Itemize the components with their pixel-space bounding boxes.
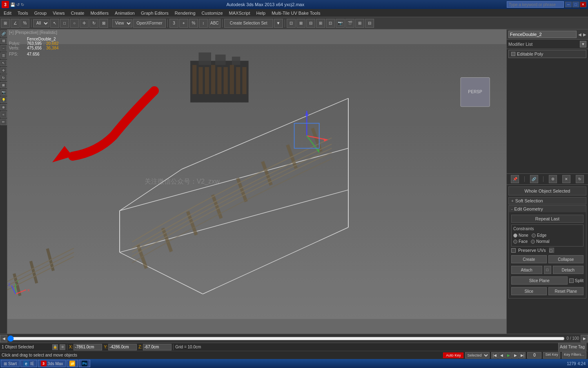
menu-modifiers[interactable]: Modifiers xyxy=(87,10,111,16)
rp-arrow-right[interactable]: ▶ xyxy=(583,32,586,37)
maximize-btn[interactable]: □ xyxy=(572,2,579,7)
split-checkbox[interactable] xyxy=(569,278,574,283)
paint-btn[interactable]: ✏ xyxy=(0,119,7,125)
edge-radio[interactable] xyxy=(532,233,536,238)
modifier-item[interactable]: Editable Poly xyxy=(508,50,586,58)
soft-selection-expand[interactable]: + xyxy=(511,199,514,203)
percent-snap-btn[interactable]: % xyxy=(20,19,29,28)
none-radio[interactable] xyxy=(513,233,517,238)
unlink-btn[interactable]: ⛓ xyxy=(0,38,7,44)
selection-filter-dropdown[interactable]: All xyxy=(33,19,49,27)
menu-edit[interactable]: Edit xyxy=(1,10,14,16)
face-radio-label[interactable]: Face xyxy=(513,239,528,244)
edit-geometry-expand[interactable]: - xyxy=(511,207,512,211)
object-name-input[interactable] xyxy=(508,31,577,38)
modifier-list-dropdown[interactable]: ▼ xyxy=(580,41,586,47)
preserve-uvs-settings[interactable]: □ xyxy=(549,248,554,253)
taskbar-ps[interactable]: Ps xyxy=(79,360,90,367)
menu-tools[interactable]: Tools xyxy=(15,10,31,16)
menu-group[interactable]: Group xyxy=(31,10,50,16)
num3-btn[interactable]: ↕ xyxy=(199,19,208,28)
move-btn[interactable]: ✛ xyxy=(80,19,89,28)
y-input[interactable] xyxy=(108,344,137,350)
angle-snap-btn[interactable]: ∠ xyxy=(11,19,20,28)
menu-multitile[interactable]: Multi-Tile UV Bake Tools xyxy=(269,10,323,16)
camera-btn[interactable]: 📷 xyxy=(0,89,7,96)
select-by-name-btn[interactable]: ☰ xyxy=(0,52,7,59)
menu-customize[interactable]: Customize xyxy=(199,10,226,16)
modifier-checkbox[interactable] xyxy=(511,52,515,56)
link-btn[interactable]: 🔗 xyxy=(0,30,7,37)
helpers-btn[interactable]: ⊕ xyxy=(0,104,7,110)
normal-radio[interactable] xyxy=(531,240,535,244)
spacewarp-btn[interactable]: ≈ xyxy=(0,111,7,118)
percent-btn[interactable]: % xyxy=(189,19,198,28)
menu-animation[interactable]: Animation xyxy=(112,10,138,16)
goto-end-btn[interactable]: ▶| xyxy=(519,352,526,359)
set-key-btn[interactable]: Set Key xyxy=(543,352,560,359)
render1-btn[interactable]: ⊡ xyxy=(287,19,296,28)
menu-help[interactable]: Help xyxy=(254,10,269,16)
status-lock-icon[interactable]: 🔒 xyxy=(52,344,58,350)
collapse-btn[interactable]: Collapse xyxy=(548,255,584,263)
menu-create[interactable]: Create xyxy=(68,10,87,16)
render4-btn[interactable]: ⊞ xyxy=(316,19,325,28)
edge-radio-label[interactable]: Edge xyxy=(532,233,546,238)
edit-geometry-header[interactable]: - Edit Geometry xyxy=(509,206,586,212)
create-btn[interactable]: Create xyxy=(511,255,547,263)
snaps-toggle-btn[interactable]: ⊞ xyxy=(1,19,10,28)
attach-btn[interactable]: Attach xyxy=(511,266,542,274)
reset-plane-btn[interactable]: Reset Plane xyxy=(548,287,584,295)
move-tool-btn[interactable]: ✛ xyxy=(0,67,7,74)
prev-frame-btn[interactable]: ◀ xyxy=(498,352,505,359)
menu-maxscript[interactable]: MAXScript xyxy=(226,10,253,16)
rp-icon-link[interactable]: 🔗 xyxy=(530,175,538,183)
preserve-uvs-checkbox[interactable] xyxy=(511,248,516,253)
timeline-left-btn[interactable]: ◀ xyxy=(0,335,7,342)
slice-plane-btn[interactable]: Slice Plane xyxy=(511,276,568,285)
render6-btn[interactable]: 📷 xyxy=(336,19,345,28)
repeat-last-btn[interactable]: Repeat Last xyxy=(511,215,584,223)
render7-btn[interactable]: 🎬 xyxy=(345,19,354,28)
render3-btn[interactable]: ⊟ xyxy=(306,19,315,28)
attach-icon-btn[interactable]: □ xyxy=(544,266,551,274)
add-time-tag-btn[interactable]: Add Time Tag xyxy=(558,343,586,352)
selection-dropdown-arrow[interactable]: ▼ xyxy=(274,19,283,28)
rp-icon-clear[interactable]: ✕ xyxy=(562,175,570,183)
selected-dropdown[interactable]: Selected xyxy=(465,352,490,359)
rp-arrow-left[interactable]: ◀ xyxy=(578,32,581,37)
menu-rendering[interactable]: Rendering xyxy=(172,10,198,16)
face-radio[interactable] xyxy=(513,240,517,244)
goto-start-btn[interactable]: |◀ xyxy=(491,352,498,359)
rotate-tool-btn[interactable]: ↻ xyxy=(0,74,7,81)
taskbar-ie[interactable]: e IE xyxy=(20,360,37,367)
x-input[interactable] xyxy=(74,344,102,350)
rp-icon-pin[interactable]: 📌 xyxy=(511,175,519,183)
render8-btn[interactable]: ⊞ xyxy=(355,19,364,28)
openxformer-btn[interactable]: OpenXFormer xyxy=(133,19,166,28)
rotate-btn[interactable]: ↻ xyxy=(89,19,98,28)
menu-views[interactable]: Views xyxy=(50,10,67,16)
num1-btn[interactable]: 3 xyxy=(169,19,178,28)
search-input[interactable] xyxy=(507,1,564,8)
timeline-right-btn[interactable]: ▶ xyxy=(581,335,588,342)
render9-btn[interactable]: ⊟ xyxy=(365,19,374,28)
detach-btn[interactable]: Detach xyxy=(553,266,584,274)
select-object-btn[interactable]: ↖ xyxy=(0,60,7,66)
auto-key-btn[interactable]: Auto Key xyxy=(443,352,463,358)
taskbar-3dsmax[interactable]: 3 3ds Max xyxy=(38,360,66,367)
rp-icon-refresh[interactable]: ↻ xyxy=(576,175,584,183)
menu-graph-editors[interactable]: Graph Editors xyxy=(138,10,172,16)
num2-btn[interactable]: ⌖ xyxy=(179,19,188,28)
render5-btn[interactable]: ⊡ xyxy=(326,19,335,28)
start-btn[interactable]: ⊞ Start xyxy=(1,360,20,367)
select-lasso-btn[interactable]: ○ xyxy=(70,19,79,28)
frame-input[interactable] xyxy=(527,352,541,359)
scale-btn[interactable]: ⊠ xyxy=(99,19,108,28)
minimize-btn[interactable]: ─ xyxy=(565,2,572,7)
slice-btn[interactable]: Slice xyxy=(511,287,547,295)
close-btn[interactable]: ✕ xyxy=(580,2,586,7)
scale-tool-btn[interactable]: ⊠ xyxy=(0,82,7,88)
render2-btn[interactable]: ⊠ xyxy=(296,19,305,28)
soft-selection-header[interactable]: + Soft Selection xyxy=(509,197,586,204)
